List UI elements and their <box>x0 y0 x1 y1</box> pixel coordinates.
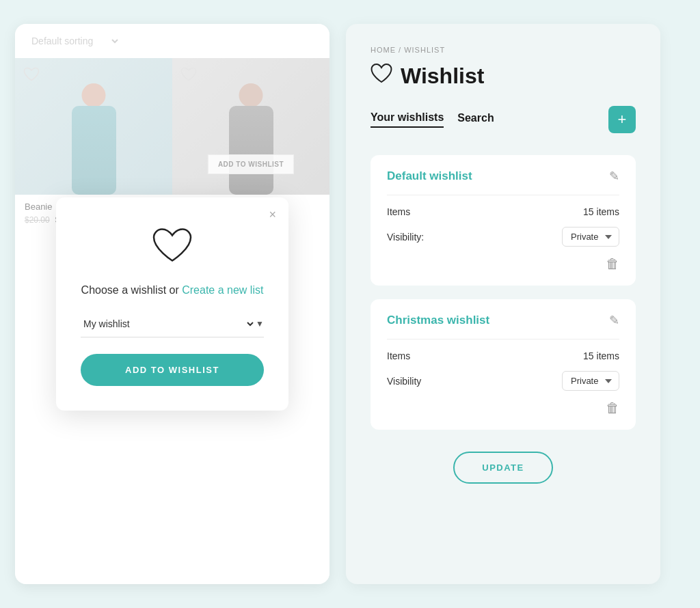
modal-close-button[interactable]: × <box>269 208 276 221</box>
wishlist-items-row-1: Items 15 items <box>387 206 619 217</box>
tab-your-wishlists[interactable]: Your wishlists <box>371 111 444 128</box>
items-count-1: 15 items <box>583 206 619 217</box>
edit-icon-1[interactable]: ✎ <box>609 169 619 184</box>
modal-wishlist-select[interactable]: My wishlist <box>81 318 256 330</box>
wishlist-name-2: Christmas wishlist <box>387 314 489 327</box>
wishlist-modal: × Choose a wishlist or Create a new list… <box>56 197 288 411</box>
right-panel: HOME / WISHLIST Wishlist Your wishlists … <box>346 24 660 584</box>
wishlist-name-1: Default wishlist <box>387 169 472 183</box>
add-wishlist-button[interactable]: + <box>608 106 636 133</box>
modal-select-row: My wishlist ▼ <box>81 318 264 337</box>
visibility-select-1[interactable]: Private Public Shared <box>562 227 619 247</box>
left-panel: Default sorting Price: Low to High Price… <box>15 24 329 584</box>
visibility-select-2[interactable]: Private Public Shared <box>562 371 619 391</box>
wishlist-section-1: Default wishlist ✎ Items 15 items Visibi… <box>371 155 636 286</box>
edit-icon-2[interactable]: ✎ <box>609 313 619 328</box>
update-button[interactable]: UPDATE <box>453 452 552 484</box>
delete-row-2: 🗑 <box>387 400 619 416</box>
breadcrumb: HOME / WISHLIST <box>371 46 636 54</box>
wishlist-title-heart-icon <box>371 62 392 89</box>
modal-add-to-wishlist-button[interactable]: ADD TO WISHLIST <box>81 354 264 386</box>
tab-search[interactable]: Search <box>457 112 494 127</box>
chevron-down-icon: ▼ <box>256 319 264 329</box>
wishlist-name-row-1: Default wishlist ✎ <box>387 169 619 195</box>
visibility-label-2: Visibility <box>387 376 421 387</box>
page-title: Wishlist <box>371 62 636 89</box>
wishlist-visibility-row-1: Visibility: Private Public Shared <box>387 227 619 247</box>
wishlist-items-row-2: Items 15 items <box>387 350 619 361</box>
items-label-2: Items <box>387 350 410 361</box>
delete-icon-2[interactable]: 🗑 <box>606 400 619 416</box>
wishlist-section-2: Christmas wishlist ✎ Items 15 items Visi… <box>371 299 636 430</box>
items-count-2: 15 items <box>583 350 619 361</box>
tab-bar: Your wishlists Search + <box>371 106 636 133</box>
delete-row-1: 🗑 <box>387 256 619 272</box>
delete-icon-1[interactable]: 🗑 <box>606 256 619 272</box>
wishlist-visibility-row-2: Visibility Private Public Shared <box>387 371 619 391</box>
visibility-label-1: Visibility: <box>387 232 424 243</box>
wishlist-name-row-2: Christmas wishlist ✎ <box>387 313 619 340</box>
create-new-list-link[interactable]: Create a new list <box>182 284 263 296</box>
items-label-1: Items <box>387 206 410 217</box>
modal-overlay: × Choose a wishlist or Create a new list… <box>15 24 329 584</box>
modal-heart-icon <box>81 225 264 268</box>
modal-title: Choose a wishlist or Create a new list <box>81 282 264 299</box>
